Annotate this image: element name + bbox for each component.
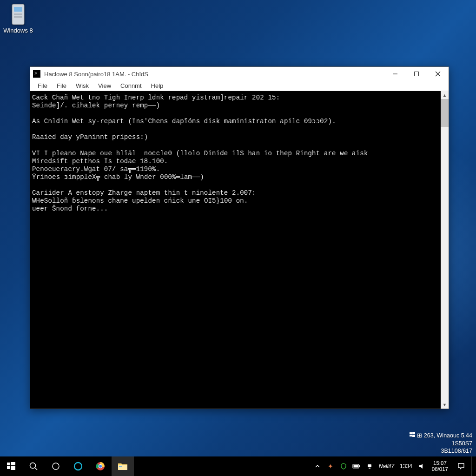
taskbar-left (0, 456, 134, 476)
taskbar-clock[interactable]: 15:07 08/017 (429, 460, 451, 472)
search-button[interactable] (22, 456, 45, 476)
desktop-icon-windows8[interactable]: Windows 8 (2, 4, 34, 34)
show-desktop-button[interactable] (471, 456, 474, 476)
watermark-line3: 3B1108/617 (410, 447, 472, 455)
volume-icon[interactable] (416, 456, 427, 476)
clock-time: 15:07 (432, 460, 448, 466)
titlebar[interactable]: Haclowe 8 Sonn(pairo18 1AM. - ChīdS (30, 67, 449, 81)
tray-text-1[interactable]: Nallif7 (377, 463, 396, 469)
minimize-button[interactable] (384, 67, 406, 81)
svg-rect-2 (14, 13, 22, 15)
menubar: File File Wisk View Connmt Help (30, 81, 449, 91)
cortana-icon[interactable] (67, 456, 89, 476)
svg-rect-26 (359, 465, 360, 467)
svg-rect-8 (410, 432, 412, 434)
svg-marker-30 (419, 464, 423, 469)
svg-line-17 (35, 468, 37, 470)
svg-point-18 (53, 463, 59, 469)
taskbar: ✦ Nallif7 1334 15:07 08/017 (0, 456, 476, 476)
windows-flag-icon (410, 432, 415, 439)
svg-rect-11 (412, 435, 415, 437)
svg-rect-1 (14, 7, 22, 12)
shield-icon[interactable] (338, 456, 349, 476)
terminal-output: Cack Chañ Wet tno Tigh Inerp ldnk repad … (30, 91, 441, 409)
svg-rect-23 (118, 465, 127, 470)
scroll-down-arrow-icon[interactable]: ▼ (441, 401, 449, 409)
network-icon[interactable] (364, 456, 375, 476)
svg-rect-10 (410, 435, 412, 436)
action-center-icon[interactable] (453, 456, 469, 476)
scrollbar-thumb[interactable] (441, 99, 449, 127)
svg-rect-28 (368, 464, 371, 467)
chrome-icon[interactable] (89, 456, 112, 476)
start-button[interactable] (0, 456, 22, 476)
terminal-window: Haclowe 8 Sonn(pairo18 1AM. - ChīdS File… (30, 66, 449, 409)
file-explorer-icon[interactable] (112, 456, 134, 476)
svg-point-22 (99, 465, 102, 468)
menu-connmt[interactable]: Connmt (116, 81, 146, 90)
task-view-button[interactable] (45, 456, 67, 476)
tray-time-inline[interactable]: 1334 (398, 463, 414, 469)
close-button[interactable] (427, 67, 449, 81)
window-controls (384, 67, 449, 81)
svg-rect-14 (7, 466, 10, 469)
svg-rect-29 (369, 468, 370, 469)
menu-view[interactable]: View (93, 81, 116, 90)
svg-rect-27 (353, 465, 358, 468)
taskbar-right: ✦ Nallif7 1334 15:07 08/017 (312, 456, 476, 476)
svg-point-19 (74, 463, 82, 470)
svg-rect-3 (14, 16, 22, 18)
svg-rect-15 (11, 466, 15, 470)
svg-rect-12 (7, 463, 10, 465)
menu-help[interactable]: Help (146, 81, 168, 90)
vertical-scrollbar[interactable]: ▲ ▼ (441, 91, 449, 409)
scroll-up-arrow-icon[interactable]: ▲ (441, 91, 449, 99)
window-title: Haclowe 8 Sonn(pairo18 1AM. - ChīdS (44, 71, 384, 78)
people-icon[interactable]: ✦ (325, 456, 336, 476)
battery-icon[interactable] (351, 456, 362, 476)
svg-rect-24 (119, 466, 122, 467)
tray-chevron-icon[interactable] (312, 456, 323, 476)
menu-file-2[interactable]: File (52, 81, 71, 90)
watermark-line1: ⊞ 263, Winaouc 5.44 (417, 432, 472, 439)
svg-rect-13 (11, 462, 15, 465)
drive-icon (9, 4, 27, 25)
svg-rect-5 (415, 72, 419, 76)
scrollbar-track[interactable] (441, 99, 449, 401)
terminal-app-icon (33, 70, 40, 78)
activation-watermark: ⊞ 263, Winaouc 5.44 1S50S7 3B1108/617 (410, 432, 472, 455)
svg-rect-9 (412, 432, 415, 434)
clock-date: 08/017 (432, 466, 448, 472)
menu-wisk[interactable]: Wisk (71, 81, 93, 90)
menu-file-1[interactable]: File (33, 81, 52, 90)
svg-point-16 (30, 463, 36, 469)
terminal-body: Cack Chañ Wet tno Tigh Inerp ldnk repad … (30, 91, 449, 409)
maximize-button[interactable] (406, 67, 427, 81)
watermark-line2: 1S50S7 (410, 440, 472, 447)
desktop-icon-label: Windows 8 (2, 27, 34, 34)
